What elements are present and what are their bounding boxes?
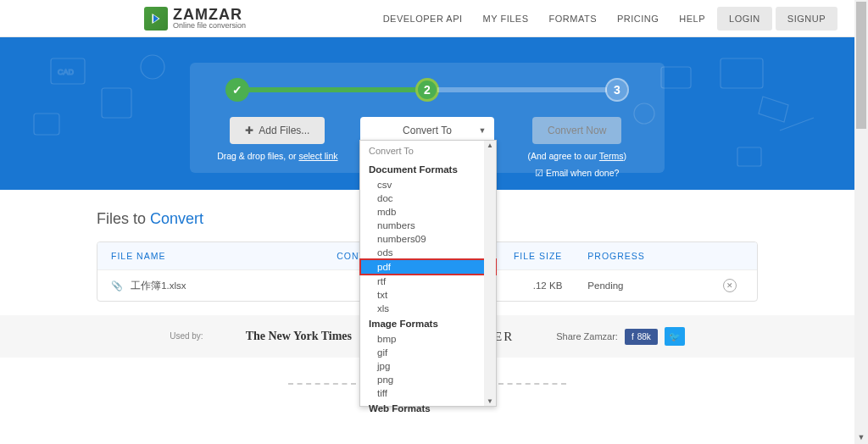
dropdown-group-document: Document Formats	[360, 161, 496, 178]
svg-rect-5	[661, 67, 691, 88]
svg-rect-1	[102, 88, 131, 118]
remove-file-button[interactable]: ✕	[723, 279, 737, 292]
share-section: Share Zamzar: f 88k 🐦	[556, 327, 685, 346]
format-jpg[interactable]: jpg	[360, 359, 496, 373]
format-txt[interactable]: txt	[360, 288, 496, 302]
step-line-2-3	[437, 87, 607, 92]
nav-my-files[interactable]: MY FILES	[475, 7, 537, 31]
select-link[interactable]: select link	[298, 151, 337, 161]
er-text: ER	[494, 330, 514, 344]
format-mdb[interactable]: mdb	[360, 205, 496, 219]
convert-to-label: Convert To	[403, 125, 452, 136]
logo-text: ZAMZAR Online file conversion	[173, 7, 246, 30]
svg-rect-7	[737, 147, 761, 166]
svg-rect-4	[721, 58, 763, 88]
login-button[interactable]: LOGIN	[717, 7, 772, 31]
used-by-label: Used by:	[170, 331, 203, 341]
drag-drop-caption: Drag & drop files, or select link	[210, 151, 345, 161]
format-dropdown-menu[interactable]: Convert To Document Formats csv doc mdb …	[359, 140, 497, 407]
twitter-icon: 🐦	[669, 331, 681, 342]
nyt-logo: The New York Times	[246, 330, 352, 343]
format-tiff[interactable]: tiff	[360, 386, 496, 400]
file-progress: Pending	[562, 280, 723, 291]
dropdown-header: Convert To	[360, 141, 496, 161]
svg-rect-3	[34, 114, 59, 135]
nav-pricing[interactable]: PRICING	[609, 7, 667, 31]
step-line-1-2	[248, 87, 417, 92]
dropdown-scrollbar[interactable]: ▲ ▼	[484, 141, 496, 406]
convert-now-label: Convert Now	[548, 125, 606, 136]
terms-link[interactable]: Terms	[599, 151, 624, 161]
header: ZAMZAR Online file conversion DEVELOPER …	[0, 0, 854, 37]
format-pdf[interactable]: pdf	[360, 259, 496, 275]
nav-formats[interactable]: FORMATS	[541, 7, 605, 31]
facebook-icon: f	[632, 332, 634, 341]
share-label: Share Zamzar:	[556, 331, 618, 341]
dropdown-group-image: Image Formats	[360, 315, 496, 332]
format-csv[interactable]: csv	[360, 178, 496, 191]
scrollbar-thumb[interactable]	[856, 2, 866, 129]
logo[interactable]: ZAMZAR Online file conversion	[144, 7, 246, 31]
plus-icon: ✚	[245, 125, 253, 136]
convert-now-button[interactable]: Convert Now	[532, 117, 621, 144]
terms-caption: (And agree to our Terms)	[509, 151, 644, 161]
step-3-circle: 3	[605, 78, 629, 102]
nav-developer-api[interactable]: DEVELOPER API	[375, 7, 471, 31]
page-scrollbar[interactable]: ▲ ▼	[854, 0, 868, 444]
col-header-progress: PROGRESS	[562, 251, 723, 261]
format-numbers[interactable]: numbers	[360, 219, 496, 232]
checkbox-icon[interactable]: ☑	[535, 168, 543, 178]
scroll-down-arrow[interactable]: ▼	[854, 430, 868, 444]
step-1-circle: ✓	[225, 78, 249, 102]
col-header-name: FILE NAME	[111, 251, 337, 261]
format-gif[interactable]: gif	[360, 346, 496, 359]
add-files-label: Add Files...	[259, 125, 309, 136]
top-nav: DEVELOPER API MY FILES FORMATS PRICING H…	[375, 7, 837, 31]
dropdown-group-web: Web Formats	[360, 400, 496, 417]
step-2-circle: 2	[415, 78, 439, 102]
format-png[interactable]: png	[360, 373, 496, 386]
svg-point-2	[141, 55, 164, 79]
svg-text:CAD: CAD	[58, 68, 75, 76]
format-rtf[interactable]: rtf	[360, 275, 496, 288]
format-numbers09[interactable]: numbers09	[360, 232, 496, 246]
add-files-button[interactable]: ✚ Add Files...	[230, 117, 325, 144]
format-bmp[interactable]: bmp	[360, 332, 496, 346]
signup-button[interactable]: SIGNUP	[776, 7, 837, 31]
logo-icon	[144, 7, 168, 31]
attachment-icon: 📎	[111, 280, 123, 291]
facebook-share-button[interactable]: f 88k	[625, 329, 658, 345]
scroll-down-icon[interactable]: ▼	[487, 397, 493, 405]
format-xls[interactable]: xls	[360, 302, 496, 315]
format-doc[interactable]: doc	[360, 191, 496, 205]
twitter-share-button[interactable]: 🐦	[665, 327, 685, 346]
file-name: 工作簿1.xlsx	[131, 280, 186, 291]
step-indicator: ✓ 2 3	[210, 78, 644, 102]
format-ods[interactable]: ods	[360, 246, 496, 259]
nav-help[interactable]: HELP	[670, 7, 714, 31]
facebook-count: 88k	[637, 332, 651, 341]
scroll-up-icon[interactable]: ▲	[487, 142, 493, 149]
email-caption: ☑ Email when done?	[509, 168, 644, 178]
